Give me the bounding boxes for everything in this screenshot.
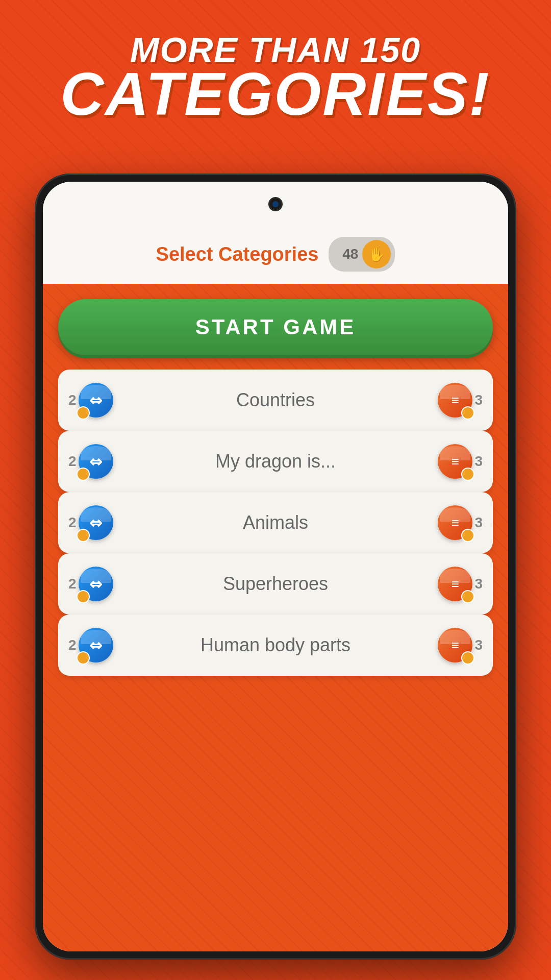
left-badge-area: 2 ⇔ [68, 444, 114, 479]
hand-icon: ✋ [368, 246, 386, 263]
swap-icon-circle: ⇔ [79, 567, 113, 601]
coin-badge-right [461, 651, 474, 665]
stack-icon-circle: ≡ [438, 505, 472, 540]
toggle-count: 48 [342, 246, 358, 262]
arrows-icon: ⇔ [89, 514, 102, 532]
left-number: 2 [68, 514, 77, 531]
swap-icon-circle: ⇔ [79, 505, 113, 540]
right-number: 3 [474, 453, 483, 470]
coin-badge-left [77, 406, 90, 420]
swap-icon-circle: ⇔ [79, 628, 113, 663]
stack-icon-circle: ≡ [438, 383, 472, 418]
category-label: Countries [114, 389, 437, 411]
phone-mockup: Select Categories 48 ✋ START GAME 2 [35, 174, 516, 960]
right-badge-area: ≡ 3 [437, 628, 483, 663]
category-row[interactable]: 2 ⇔ Superheroes ≡ 3 [58, 553, 493, 615]
phone-screen: Select Categories 48 ✋ START GAME 2 [43, 182, 508, 951]
layers-icon: ≡ [452, 454, 459, 470]
categories-list: 2 ⇔ Countries ≡ 3 2 ⇔ [58, 370, 493, 676]
stack-icon-circle: ≡ [438, 628, 472, 663]
layers-icon: ≡ [452, 515, 459, 531]
category-row[interactable]: 2 ⇔ Human body parts ≡ 3 [58, 615, 493, 676]
stack-icon-circle: ≡ [438, 444, 472, 479]
arrows-icon: ⇔ [89, 575, 102, 593]
toggle-thumb[interactable]: ✋ [362, 240, 391, 268]
right-badge-area: ≡ 3 [437, 505, 483, 540]
left-badge-area: 2 ⇔ [68, 383, 114, 418]
coin-badge-left [77, 590, 90, 603]
category-label: Animals [114, 512, 437, 533]
camera-dot [268, 197, 283, 211]
arrows-icon: ⇔ [89, 636, 102, 654]
right-number: 3 [474, 637, 483, 653]
category-label: My dragon is... [114, 451, 437, 472]
category-row[interactable]: 2 ⇔ Countries ≡ 3 [58, 370, 493, 431]
left-badge-area: 2 ⇔ [68, 567, 114, 601]
right-number: 3 [474, 514, 483, 531]
right-badge-area: ≡ 3 [437, 383, 483, 418]
category-label: Superheroes [114, 573, 437, 595]
select-categories-label: Select Categories [156, 243, 319, 265]
coin-badge-left [77, 529, 90, 542]
swap-icon-circle: ⇔ [79, 383, 113, 418]
toggle-switch[interactable]: 48 ✋ [329, 237, 395, 272]
layers-icon: ≡ [452, 638, 459, 653]
arrows-icon: ⇔ [89, 391, 102, 409]
coin-badge-left [77, 651, 90, 665]
coin-badge-left [77, 468, 90, 481]
layers-icon: ≡ [452, 393, 459, 408]
category-row[interactable]: 2 ⇔ Animals ≡ 3 [58, 492, 493, 553]
left-badge-area: 2 ⇔ [68, 628, 114, 663]
header-title: CATEGORIES! [31, 64, 520, 124]
phone-content: START GAME 2 ⇔ Countries ≡ 3 2 [43, 284, 508, 951]
coin-badge-right [461, 406, 474, 420]
start-game-button[interactable]: START GAME [58, 299, 493, 355]
start-game-label: START GAME [195, 315, 356, 339]
left-number: 2 [68, 453, 77, 470]
coin-badge-right [461, 529, 474, 542]
arrows-icon: ⇔ [89, 453, 102, 471]
left-badge-area: 2 ⇔ [68, 505, 114, 540]
header-section: MORE THAN 150 CATEGORIES! [0, 31, 551, 124]
left-number: 2 [68, 637, 77, 653]
swap-icon-circle: ⇔ [79, 444, 113, 479]
category-label: Human body parts [114, 634, 437, 656]
left-number: 2 [68, 392, 77, 408]
stack-icon-circle: ≡ [438, 567, 472, 601]
layers-icon: ≡ [452, 576, 459, 592]
category-row[interactable]: 2 ⇔ My dragon is... ≡ 3 [58, 431, 493, 492]
coin-badge-right [461, 468, 474, 481]
right-number: 3 [474, 576, 483, 592]
select-categories-area: Select Categories 48 ✋ [156, 237, 395, 272]
right-number: 3 [474, 392, 483, 408]
right-badge-area: ≡ 3 [437, 567, 483, 601]
coin-badge-right [461, 590, 474, 603]
left-number: 2 [68, 576, 77, 592]
right-badge-area: ≡ 3 [437, 444, 483, 479]
